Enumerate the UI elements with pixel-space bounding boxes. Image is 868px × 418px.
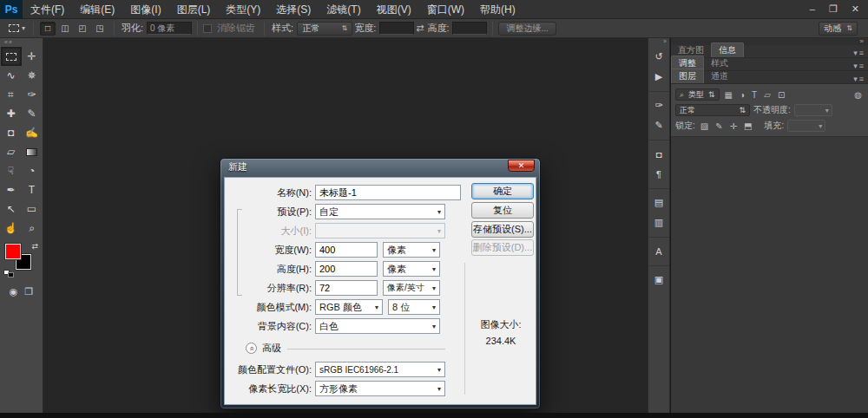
dodge-tool[interactable]: ◔ [22, 161, 43, 180]
lock-position-icon[interactable]: ✛ [728, 121, 739, 131]
resolution-unit-select[interactable]: 像素/英寸 ▾ [383, 280, 440, 296]
lock-transparent-pixels-icon[interactable]: ▨ [699, 121, 710, 131]
character-styles-panel-icon[interactable]: ▤ [649, 193, 668, 212]
feather-input[interactable] [147, 22, 192, 35]
character-panel-icon[interactable]: A [649, 242, 668, 260]
width-input[interactable] [315, 242, 378, 258]
path-selection-tool[interactable]: ↖ [1, 199, 22, 219]
tool-presets-panel-icon[interactable]: ✎ [649, 116, 668, 134]
save-preset-button[interactable]: 存储预设(S)... [471, 221, 534, 238]
tab-styles[interactable]: 样式 [704, 56, 735, 70]
filter-adjustment-layers-icon[interactable]: ◑ [738, 90, 746, 100]
pixel-aspect-select[interactable]: 方形像素 ▾ [315, 381, 445, 396]
eyedropper-tool[interactable]: ✑ [22, 85, 43, 104]
menu-edit[interactable]: 编辑(E) [72, 0, 122, 19]
marquee-tool[interactable] [1, 47, 22, 66]
advanced-toggle-button[interactable]: » [246, 343, 257, 354]
swap-colors-icon[interactable]: ⇄ [31, 242, 38, 251]
menu-layer[interactable]: 图层(L) [169, 0, 219, 19]
width-input[interactable] [379, 22, 414, 35]
hand-tool[interactable]: ☝ [1, 219, 22, 238]
panel-menu-icon[interactable]: ▾≡ [853, 75, 868, 83]
new-selection-button[interactable]: □ [40, 22, 56, 36]
antialias-checkbox[interactable] [203, 24, 212, 33]
tab-channels[interactable]: 通道 [704, 69, 735, 83]
width-unit-select[interactable]: 像素 ▾ [383, 242, 440, 258]
refine-edge-button[interactable]: 调整边缘... [498, 22, 556, 36]
lock-all-icon[interactable]: ⬒ [742, 121, 753, 131]
zoom-tool[interactable]: ⌕ [22, 219, 43, 238]
default-colors-icon[interactable] [3, 270, 14, 278]
intersect-selection-button[interactable]: ◳ [92, 22, 108, 36]
notes-panel-icon[interactable]: ▣ [649, 271, 668, 289]
smudge-tool[interactable]: ☟ [1, 161, 22, 180]
type-tool[interactable]: T [22, 180, 43, 199]
filter-type-layers-icon[interactable]: T [750, 90, 759, 100]
menu-filter[interactable]: 滤镜(T) [319, 0, 368, 19]
paragraph-panel-icon[interactable]: ¶ [649, 165, 668, 183]
strip-collapse-icon[interactable]: » [648, 38, 669, 46]
clone-stamp-tool[interactable]: ◘ [1, 123, 22, 142]
menu-window[interactable]: 窗口(W) [419, 0, 472, 19]
foreground-color-swatch[interactable] [5, 244, 21, 259]
tool-preset-picker[interactable]: ▾ [6, 23, 28, 34]
brush-presets-panel-icon[interactable]: ✑ [649, 96, 668, 114]
height-unit-select[interactable]: 像素 ▾ [383, 261, 440, 277]
color-mode-select[interactable]: RGB 颜色 ▾ [315, 299, 383, 315]
opacity-input[interactable]: ▾ [794, 104, 832, 116]
swap-dimensions-icon[interactable]: ⇄ [416, 23, 424, 34]
move-tool[interactable]: ✛ [22, 47, 43, 66]
tab-info[interactable]: 信息 [711, 42, 744, 57]
panel-menu-icon[interactable]: ▾≡ [853, 62, 868, 70]
filter-shape-layers-icon[interactable]: ▱ [762, 90, 773, 100]
menu-select[interactable]: 选择(S) [268, 0, 319, 19]
reset-button[interactable]: 复位 [471, 202, 534, 219]
menu-view[interactable]: 视图(V) [369, 0, 419, 19]
menu-image[interactable]: 图像(I) [122, 0, 168, 19]
eraser-tool[interactable]: ▱ [1, 142, 22, 161]
panel-menu-icon[interactable]: ▾≡ [853, 49, 868, 57]
dialog-titlebar[interactable]: 新建 [220, 159, 540, 175]
brush-tool[interactable]: ✎ [22, 104, 43, 123]
menu-file[interactable]: 文件(F) [23, 0, 72, 19]
tab-layers[interactable]: 图层 [671, 69, 704, 83]
layer-filter-select[interactable]: ⌕ 类型 ⇅ [675, 88, 720, 101]
layers-panel-content[interactable] [671, 137, 868, 413]
menu-help[interactable]: 帮助(H) [472, 0, 523, 19]
workspace-switcher[interactable]: 动感 ⇅ [819, 22, 858, 36]
filter-pixel-layers-icon[interactable]: ▦ [723, 90, 734, 100]
lock-image-pixels-icon[interactable]: ✎ [713, 121, 724, 131]
history-brush-tool[interactable]: ✍ [22, 123, 43, 142]
add-to-selection-button[interactable]: ◫ [57, 22, 73, 36]
menu-type[interactable]: 类型(Y) [218, 0, 268, 19]
crop-tool[interactable]: ⌗ [1, 85, 22, 104]
quick-mask-icon[interactable]: ◉ [10, 286, 18, 297]
name-input[interactable] [315, 185, 461, 200]
style-select[interactable]: 正常 ⇅ [297, 22, 352, 36]
subtract-from-selection-button[interactable]: ◰ [75, 22, 90, 36]
magic-wand-tool[interactable]: ✵ [22, 66, 43, 85]
ok-button[interactable]: 确定 [471, 183, 534, 199]
close-icon[interactable]: ✕ [852, 3, 859, 15]
filter-smart-object-layers-icon[interactable]: ⊡ [776, 90, 786, 100]
dialog-close-button[interactable]: ✕ [508, 160, 535, 172]
lasso-tool[interactable]: ∿ [1, 66, 22, 85]
color-profile-select[interactable]: sRGB IEC61966-2.1 ▾ [315, 362, 445, 377]
healing-brush-tool[interactable]: ✚ [1, 104, 22, 123]
height-input[interactable] [452, 22, 487, 35]
clone-source-panel-icon[interactable]: ◘ [649, 145, 668, 163]
minimize-icon[interactable]: – [810, 3, 815, 15]
actions-panel-icon[interactable]: ▶ [649, 68, 668, 86]
background-select[interactable]: 白色 ▾ [315, 318, 440, 334]
blend-mode-select[interactable]: 正常 ⇅ [675, 104, 750, 116]
filter-toggle-icon[interactable]: ◍ [852, 90, 864, 100]
restore-icon[interactable]: ❐ [829, 3, 838, 15]
history-panel-icon[interactable]: ↺ [649, 48, 668, 66]
shape-tool[interactable]: ▭ [22, 199, 43, 219]
fill-input[interactable]: ▾ [787, 120, 825, 132]
toolbar-collapse-icon[interactable]: «« [0, 38, 43, 47]
gradient-tool[interactable] [22, 142, 43, 161]
screen-mode-icon[interactable]: ❐ [24, 286, 33, 297]
paragraph-styles-panel-icon[interactable]: ▥ [649, 213, 668, 232]
preset-select[interactable]: 自定 ▾ [315, 204, 445, 219]
